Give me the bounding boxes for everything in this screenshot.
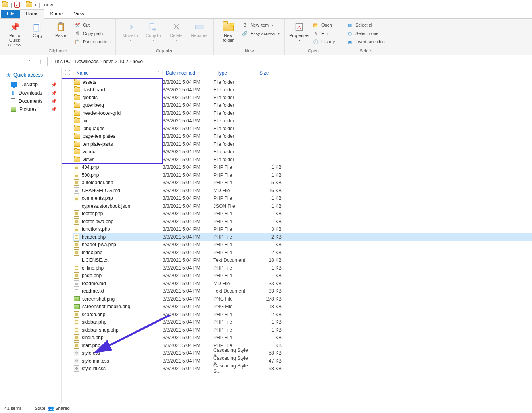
file-row[interactable]: autoloader.php3/3/2021 5:04 PMPHP File5 …: [73, 179, 532, 187]
save-icon[interactable]: ✓: [14, 2, 20, 8]
address-bar[interactable]: › This PC› Downloads› neve.2.10.2› neve: [47, 57, 529, 66]
file-row[interactable]: inc3/3/2021 5:04 PMFile folder: [73, 117, 532, 125]
column-date[interactable]: Date modified: [163, 70, 213, 76]
cut-button[interactable]: ✂️Cut: [73, 21, 112, 29]
forward-button[interactable]: →: [14, 57, 23, 66]
file-row[interactable]: functions.php3/3/2021 5:04 PMPHP File3 K…: [73, 226, 532, 234]
new-item-icon: 🗋: [242, 22, 248, 28]
file-row[interactable]: start.php3/3/2021 5:04 PMPHP File1 KB: [73, 342, 532, 349]
select-none-button[interactable]: ▢Select none: [345, 29, 386, 37]
file-row[interactable]: views3/3/2021 5:04 PMFile folder: [73, 156, 532, 164]
copy-button[interactable]: Copy: [27, 19, 49, 38]
column-size[interactable]: Size: [256, 70, 284, 76]
php-icon: [74, 164, 79, 170]
file-row[interactable]: search.php3/3/2021 5:04 PMPHP File2 KB: [73, 311, 532, 318]
file-row[interactable]: page.php3/3/2021 5:04 PMPHP File1 KB: [73, 272, 532, 280]
file-row[interactable]: single.php3/3/2021 5:04 PMPHP File1 KB: [73, 334, 532, 342]
file-row[interactable]: header-pwa.php3/3/2021 5:04 PMPHP File1 …: [73, 241, 532, 249]
file-row[interactable]: style.min.css3/3/2021 5:04 PMCascading S…: [73, 357, 532, 365]
file-row[interactable]: comments.php3/3/2021 5:04 PMPHP File1 KB: [73, 195, 532, 203]
chevron-down-icon: ▾: [272, 23, 273, 27]
file-row[interactable]: style-rtl.css3/3/2021 5:04 PMCascading S…: [73, 365, 532, 373]
breadcrumb-sep[interactable]: ›: [51, 59, 52, 64]
file-row[interactable]: dashboard3/3/2021 5:04 PMFile folder: [73, 86, 532, 94]
tab-file[interactable]: File: [1, 10, 20, 18]
file-row[interactable]: 500.php3/3/2021 5:04 PMPHP File1 KB: [73, 171, 532, 179]
file-row[interactable]: header-footer-grid3/3/2021 5:04 PMFile f…: [73, 109, 532, 117]
svg-rect-6: [196, 25, 204, 29]
invert-selection-icon: ▣: [347, 39, 353, 45]
file-row[interactable]: template-parts3/3/2021 5:04 PMFile folde…: [73, 140, 532, 148]
nav-item-downloads[interactable]: ⬇Downloads📌: [6, 89, 61, 97]
file-row[interactable]: cypress.storybook.json3/3/2021 5:04 PMJS…: [73, 202, 532, 210]
copy-to-icon: [148, 22, 159, 32]
file-row[interactable]: footer-pwa.php3/3/2021 5:04 PMPHP File1 …: [73, 218, 532, 226]
recent-dropdown[interactable]: ˅: [25, 57, 34, 66]
select-all-icon: ▦: [347, 22, 353, 28]
file-row[interactable]: screenshot-mobile.png3/3/2021 5:04 PMPNG…: [73, 303, 532, 311]
delete-button[interactable]: ✕Delete▾: [165, 19, 187, 42]
properties-button[interactable]: Properties▾: [288, 19, 310, 42]
file-row[interactable]: page-templates3/3/2021 5:04 PMFile folde…: [73, 133, 532, 141]
breadcrumb[interactable]: This PC›: [54, 59, 73, 64]
file-row[interactable]: readme.txt3/3/2021 5:04 PMText Document3…: [73, 288, 532, 295]
back-button[interactable]: ←: [3, 57, 12, 66]
file-row[interactable]: screenshot.png3/3/2021 5:04 PMPNG File27…: [73, 295, 532, 303]
folder-icon: [74, 103, 80, 108]
column-type[interactable]: Type: [213, 70, 256, 76]
folder-icon: [74, 87, 80, 92]
chevron-down-icon: ▾: [299, 39, 300, 42]
qa-dropdown-icon[interactable]: ▾: [35, 3, 36, 7]
select-all-checkbox[interactable]: [65, 70, 73, 76]
file-row[interactable]: assets3/3/2021 5:04 PMFile folder: [73, 78, 532, 86]
breadcrumb[interactable]: Downloads›: [75, 59, 102, 64]
history-button[interactable]: 🕓History: [311, 38, 338, 46]
php-icon: [74, 172, 79, 178]
copy-path-button[interactable]: 🗐Copy path: [73, 29, 112, 37]
up-button[interactable]: ↑: [36, 57, 45, 66]
file-row[interactable]: LICENSE.txt3/3/2021 5:04 PMText Document…: [73, 257, 532, 264]
folder-icon: [74, 80, 80, 85]
file-row[interactable]: CHANGELOG.md3/3/2021 5:04 PMMD File16 KB: [73, 187, 532, 195]
paste-shortcut-button[interactable]: 📋Paste shortcut: [73, 38, 112, 46]
rename-button[interactable]: Rename: [188, 19, 210, 38]
nav-item-documents[interactable]: Documents📌: [6, 97, 61, 105]
file-row[interactable]: sidebar.php3/3/2021 5:04 PMPHP File1 KB: [73, 318, 532, 326]
new-folder-button[interactable]: New folder: [217, 19, 239, 42]
paste-button[interactable]: Paste: [50, 19, 72, 38]
file-row[interactable]: vendor3/3/2021 5:04 PMFile folder: [73, 148, 532, 156]
select-all-button[interactable]: ▦Select all: [345, 21, 386, 29]
file-row[interactable]: header.php3/3/2021 5:04 PMPHP File2 KB: [73, 233, 532, 241]
file-row[interactable]: index.php3/3/2021 5:04 PMPHP File2 KB: [73, 249, 532, 257]
file-row[interactable]: 404.php3/3/2021 5:04 PMPHP File1 KB: [73, 164, 532, 172]
file-row[interactable]: offline.php3/3/2021 5:04 PMPHP File1 KB: [73, 264, 532, 272]
group-clipboard: 📌 Pin to Quick access Copy Paste ✂️Cut 🗐…: [0, 19, 116, 55]
tab-share[interactable]: Share: [44, 10, 68, 18]
file-row[interactable]: footer.php3/3/2021 5:04 PMPHP File1 KB: [73, 210, 532, 218]
invert-selection-button[interactable]: ▣Invert selection: [345, 38, 386, 46]
file-rows[interactable]: assets3/3/2021 5:04 PMFile folderdashboa…: [62, 78, 532, 403]
breadcrumb[interactable]: neve: [133, 59, 143, 64]
file-row[interactable]: languages3/3/2021 5:04 PMFile folder: [73, 125, 532, 133]
copy-to-button[interactable]: Copy to▾: [142, 19, 164, 42]
file-row[interactable]: globals3/3/2021 5:04 PMFile folder: [73, 94, 532, 102]
edit-button[interactable]: ✎Edit: [311, 29, 338, 37]
easy-access-button[interactable]: 🔗Easy access▾: [240, 29, 281, 37]
new-item-button[interactable]: 🗋New item▾: [240, 21, 281, 29]
file-row[interactable]: gutenberg3/3/2021 5:04 PMFile folder: [73, 102, 532, 110]
tab-home[interactable]: Home: [20, 9, 44, 19]
quick-access-header[interactable]: ★ Quick access: [6, 72, 61, 78]
open-button[interactable]: 📂Open▾: [311, 21, 338, 29]
tab-view[interactable]: View: [68, 10, 90, 18]
folder-icon: [74, 134, 80, 139]
file-row[interactable]: readme.md3/3/2021 5:04 PMMD File33 KB: [73, 280, 532, 288]
file-row[interactable]: style.css3/3/2021 5:04 PMCascading Style…: [73, 349, 532, 357]
pin-quick-access-button[interactable]: 📌 Pin to Quick access: [4, 19, 26, 47]
move-to-button[interactable]: Move to▾: [119, 19, 141, 42]
delete-icon: ✕: [171, 22, 182, 32]
column-name[interactable]: Name˄: [73, 70, 163, 76]
nav-item-pictures[interactable]: Pictures📌: [6, 105, 61, 113]
file-row[interactable]: sidebar-shop.php3/3/2021 5:04 PMPHP File…: [73, 326, 532, 334]
nav-item-desktop[interactable]: Desktop📌: [6, 81, 61, 89]
breadcrumb[interactable]: neve.2.10.2›: [103, 59, 131, 64]
